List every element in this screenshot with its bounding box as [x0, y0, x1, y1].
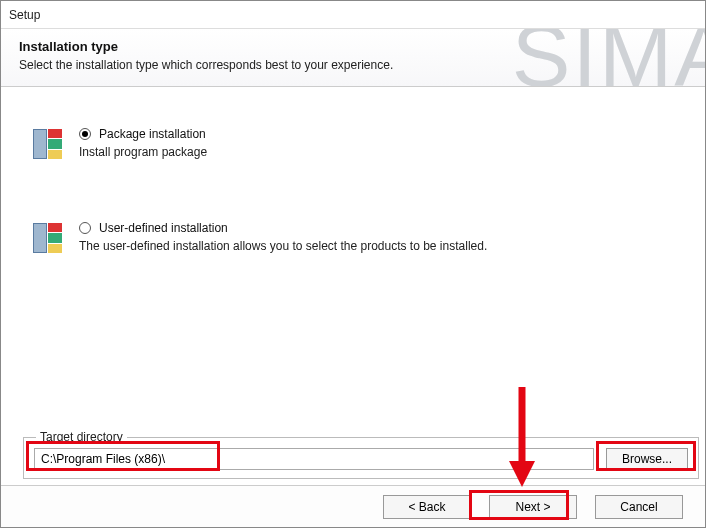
package-icon: [31, 127, 65, 161]
next-button[interactable]: Next >: [489, 495, 577, 519]
user-defined-icon: [31, 221, 65, 255]
window-title: Setup: [9, 8, 40, 22]
radio-package-label: Package installation: [99, 127, 206, 141]
package-desc: Install program package: [79, 145, 675, 159]
titlebar: Setup: [1, 1, 705, 29]
page-title: Installation type: [19, 39, 687, 54]
browse-button[interactable]: Browse...: [606, 448, 688, 470]
footer: < Back Next > Cancel: [1, 485, 705, 527]
header: SIMA Installation type Select the instal…: [1, 29, 705, 87]
radio-user-defined-label: User-defined installation: [99, 221, 228, 235]
setup-window: Setup SIMA Installation type Select the …: [0, 0, 706, 528]
radio-user-defined[interactable]: [79, 222, 91, 234]
page-subtitle: Select the installation type which corre…: [19, 58, 687, 72]
target-directory-input[interactable]: [34, 448, 594, 470]
radio-package[interactable]: [79, 128, 91, 140]
content-area: Package installation Install program pac…: [1, 87, 705, 485]
target-directory-legend: Target directory: [36, 430, 127, 444]
cancel-button[interactable]: Cancel: [595, 495, 683, 519]
option-package: Package installation Install program pac…: [31, 127, 675, 161]
target-directory-group: Target directory Browse...: [23, 437, 699, 479]
option-user-defined: User-defined installation The user-defin…: [31, 221, 675, 255]
user-defined-desc: The user-defined installation allows you…: [79, 239, 675, 253]
back-button[interactable]: < Back: [383, 495, 471, 519]
